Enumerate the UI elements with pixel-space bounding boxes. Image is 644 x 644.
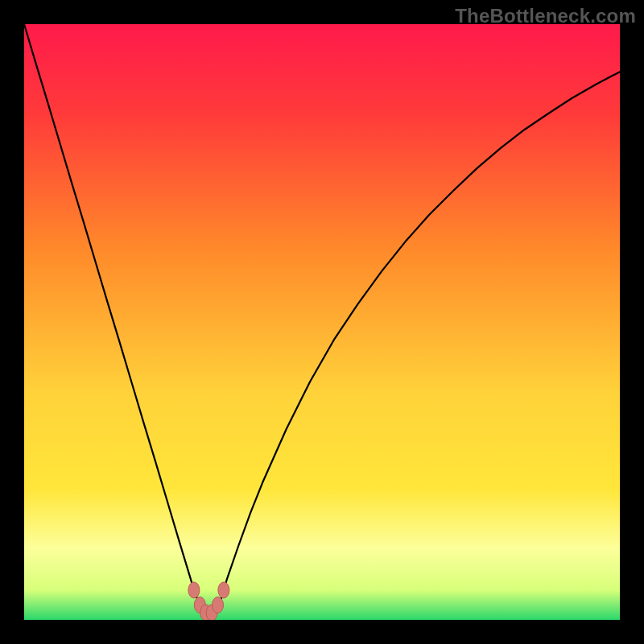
optimal-marker [218, 582, 229, 598]
optimal-marker [213, 597, 224, 613]
optimal-marker [188, 582, 200, 598]
chart-frame: TheBottleneck.com [0, 0, 644, 644]
bottleneck-curve-plot [24, 24, 620, 620]
